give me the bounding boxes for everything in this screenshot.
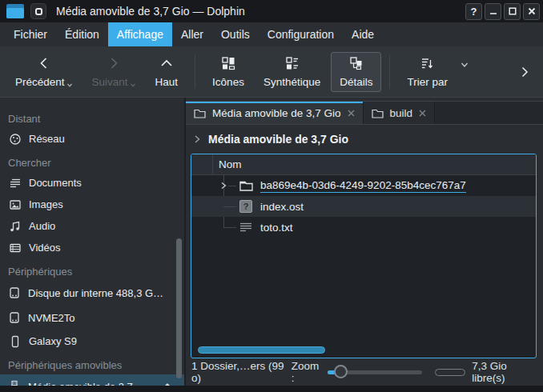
app-badge-button[interactable] <box>30 3 46 19</box>
slider-handle[interactable] <box>334 365 348 378</box>
chevron-up-icon <box>159 56 174 70</box>
minimize-button[interactable] <box>485 3 501 20</box>
details-view-button[interactable]: Détails <box>331 52 381 92</box>
chevron-right-icon[interactable] <box>192 134 202 144</box>
file-view[interactable]: Nom ba869e4b-03d6-4249-9202-85b4cec767a7… <box>191 154 537 358</box>
file-name[interactable]: index.ost <box>260 201 304 213</box>
breadcrumb: Média amovible de 3,7 Gio <box>186 125 543 154</box>
horizontal-scrollbar[interactable] <box>196 346 531 354</box>
up-label: Haut <box>155 76 179 88</box>
menu-aide[interactable]: Aide <box>343 22 383 46</box>
ring-icon <box>35 8 42 15</box>
maximize-button[interactable] <box>504 3 521 20</box>
menu-configuration[interactable]: Configuration <box>259 22 343 46</box>
dolphin-window: Média amovible de 3,7 Gio — Dolphin ? Fi… <box>0 0 543 392</box>
file-name[interactable]: toto.txt <box>260 222 293 234</box>
tree-guide-tick <box>223 227 236 228</box>
sidebar-item-audio[interactable]: Audio <box>8 215 184 237</box>
sort-by-label: Trier par <box>407 76 448 88</box>
text-file-icon <box>238 222 254 233</box>
file-rows: ba869e4b-03d6-4249-9202-85b4cec767a7 ? i… <box>191 175 536 238</box>
back-label: Précédent <box>15 76 65 88</box>
sidebar-item-disque-dur-interne[interactable]: Disque dur interne 488,3 G… <box>8 281 184 306</box>
column-header-nom[interactable]: Nom <box>213 158 242 170</box>
sidebar-item-galaxy-s9[interactable]: Galaxy S9 <box>8 330 184 352</box>
up-button[interactable]: Haut <box>147 52 187 92</box>
file-name[interactable]: ba869e4b-03d6-4249-9202-85b4cec767a7 <box>260 179 466 193</box>
chevron-down-icon[interactable] <box>460 60 469 70</box>
menu-aller[interactable]: Aller <box>172 22 212 46</box>
tab-close-icon[interactable] <box>419 110 426 117</box>
help-button[interactable]: ? <box>465 3 482 20</box>
forward-button[interactable]: Suivant <box>83 52 145 92</box>
chevron-left-icon <box>37 56 51 70</box>
sidebar-item-label: Images <box>29 198 63 210</box>
compact-view-button[interactable]: Synthétique <box>255 52 329 92</box>
sidebar-item-label: Galaxy S9 <box>29 335 77 347</box>
sidebar-item-label: Média amovible de 3,7 … <box>28 381 146 386</box>
close-button[interactable] <box>523 3 540 20</box>
menu-outils[interactable]: Outils <box>212 22 259 46</box>
window-title: Média amovible de 3,7 Gio — Dolphin <box>56 5 245 18</box>
sort-by-button[interactable]: Trier par <box>398 52 457 92</box>
tab-label: build <box>390 107 413 119</box>
music-note-icon <box>8 220 22 233</box>
tabbar: Média amovible de 3,7 Gio build <box>186 101 543 125</box>
menu-fichier[interactable]: Fichier <box>5 22 56 46</box>
menu-affichage[interactable]: Affichage <box>108 22 172 46</box>
places-panel: Distant Réseau Chercher Documents Images… <box>0 98 186 386</box>
sidebar-item-reseau[interactable]: Réseau <box>8 128 184 150</box>
question-glyph: ? <box>243 202 249 211</box>
close-icon <box>528 7 536 15</box>
content-area: Distant Réseau Chercher Documents Images… <box>0 98 543 386</box>
sidebar-item-label: Disque dur interne 488,3 G… <box>28 287 163 299</box>
file-row-folder[interactable]: ba869e4b-03d6-4249-9202-85b4cec767a7 <box>191 175 536 196</box>
tabbar-empty-space <box>435 102 543 124</box>
file-row-index-ost[interactable]: ? index.ost <box>191 196 536 217</box>
tab-label: Média amovible de 3,7 Gio <box>212 107 341 119</box>
zoom-slider[interactable] <box>328 365 422 379</box>
sidebar-item-documents[interactable]: Documents <box>8 172 184 194</box>
back-button[interactable]: Précédent <box>6 52 82 92</box>
breadcrumb-location[interactable]: Média amovible de 3,7 Gio <box>208 133 348 146</box>
compact-view-label: Synthétique <box>263 76 320 88</box>
column-header-spacer <box>191 154 213 174</box>
document-lines-icon <box>8 177 22 190</box>
tab-build[interactable]: build <box>364 102 436 124</box>
tree-guide-tick <box>223 206 236 207</box>
icons-view-button[interactable]: Icônes <box>203 52 253 92</box>
forward-label: Suivant <box>92 76 128 88</box>
section-peripheriques: Périphériques <box>8 262 184 281</box>
eject-button[interactable] <box>162 381 173 386</box>
file-row-toto-txt[interactable]: toto.txt <box>191 217 536 238</box>
sidebar-scrollbar[interactable] <box>176 238 182 378</box>
chevron-right-icon <box>107 56 121 70</box>
menu-edition[interactable]: Édition <box>56 22 108 46</box>
icons-view-label: Icônes <box>212 76 244 88</box>
sidebar-item-images[interactable]: Images <box>8 194 184 215</box>
sidebar-item-videos[interactable]: Vidéos <box>8 237 184 258</box>
section-peripheriques-amovibles: Périphériques amovibles <box>8 355 184 374</box>
toolbar-overflow-button[interactable] <box>513 60 537 84</box>
titlebar[interactable]: Média amovible de 3,7 Gio — Dolphin ? <box>0 0 543 22</box>
compact-view-icon <box>285 56 300 70</box>
sidebar-item-nvme2to[interactable]: NVME2To <box>8 306 184 330</box>
folder-icon <box>194 108 206 118</box>
sidebar-item-label: Vidéos <box>29 242 61 254</box>
toolbar-separator <box>195 55 195 89</box>
scrollbar-thumb[interactable] <box>198 346 325 354</box>
section-chercher: Chercher <box>8 153 184 172</box>
help-glyph: ? <box>471 6 477 18</box>
folder-icon <box>238 180 254 191</box>
hard-drive-icon <box>8 286 21 299</box>
sidebar-item-label: Réseau <box>29 133 65 145</box>
sidebar-item-label: Documents <box>29 177 82 189</box>
usb-drive-icon <box>8 380 21 386</box>
sidebar-item-media-amovible[interactable]: Média amovible de 3,7 … <box>0 374 184 386</box>
statusbar: 1 Dossier,…ers (99 o) Zoom : 7,3 Gio lib… <box>186 358 543 386</box>
chevron-right-icon <box>518 66 531 78</box>
folder-icon <box>372 108 384 118</box>
tab-close-icon[interactable] <box>348 110 355 117</box>
tab-media-amovible[interactable]: Média amovible de 3,7 Gio <box>186 102 364 124</box>
expand-chevron-icon[interactable] <box>215 182 231 190</box>
